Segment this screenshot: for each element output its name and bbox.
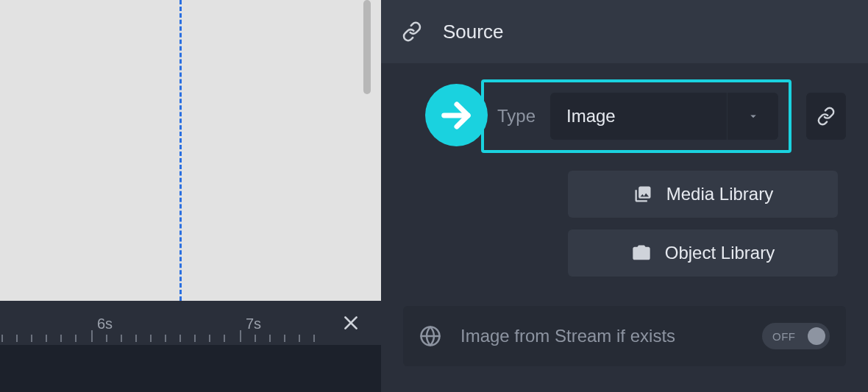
ruler-ticks: [0, 329, 381, 342]
object-library-label: Object Library: [665, 243, 775, 263]
type-dropdown-value: Image: [566, 106, 616, 126]
timeline-ruler[interactable]: 6s 7s: [0, 301, 381, 345]
tutorial-hint-arrow: [425, 84, 488, 146]
type-dropdown[interactable]: Image: [550, 93, 778, 140]
properties-panel: Source Type Image Media Library: [381, 0, 868, 392]
object-library-button[interactable]: Object Library: [568, 229, 838, 277]
type-label: Type: [497, 106, 536, 126]
link-icon: [402, 21, 422, 42]
editor-left-pane: 6s 7s: [0, 0, 381, 392]
image-stack-icon: [633, 184, 653, 204]
vertical-scrollbar[interactable]: [363, 0, 371, 94]
globe-icon: [419, 325, 441, 347]
image-from-stream-label: Image from Stream if exists: [460, 326, 743, 346]
link-source-button[interactable]: [806, 93, 846, 140]
canvas-viewport[interactable]: [0, 0, 381, 301]
section-title: Source: [443, 21, 503, 43]
chevron-down-icon: [727, 93, 778, 140]
section-header-source[interactable]: Source: [381, 0, 868, 63]
media-library-label: Media Library: [666, 184, 773, 204]
type-highlight-box: Type Image: [481, 79, 791, 153]
media-library-button[interactable]: Media Library: [568, 171, 838, 218]
image-from-stream-row: Image from Stream if exists OFF: [403, 306, 846, 366]
toggle-knob: [808, 327, 825, 345]
center-guide-line: [179, 0, 182, 301]
image-from-stream-toggle[interactable]: OFF: [762, 323, 830, 349]
toggle-off-label: OFF: [772, 330, 796, 343]
timeline-close-button[interactable]: [341, 313, 360, 332]
camera-plus-icon: [631, 243, 652, 263]
